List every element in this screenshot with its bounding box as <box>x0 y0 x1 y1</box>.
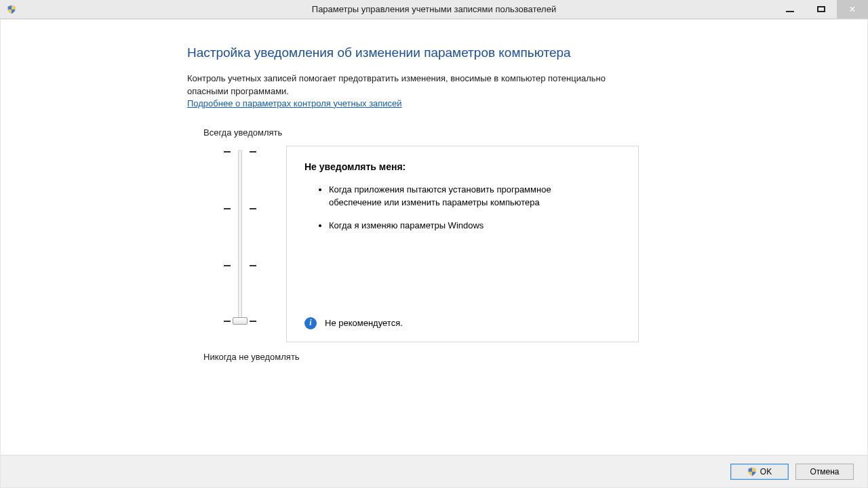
slider-track <box>238 150 242 325</box>
slider-bottom-label: Никогда не уведомлять <box>203 352 867 362</box>
slider-tick <box>224 265 231 266</box>
slider-thumb[interactable] <box>233 317 248 325</box>
titlebar: Параметры управления учетными записями п… <box>0 0 868 19</box>
slider-tick <box>224 151 231 152</box>
info-bullet: Когда приложения пытаются установить про… <box>329 183 587 209</box>
slider-tick <box>250 208 256 209</box>
slider-tick <box>250 151 256 152</box>
close-icon: × <box>849 4 855 15</box>
recommendation-row: i Не рекомендуется. <box>304 317 403 329</box>
window-title: Параметры управления учетными записями п… <box>0 4 868 14</box>
info-heading: Не уведомлять меня: <box>304 161 620 172</box>
notification-slider-area: Всегда уведомлять <box>187 127 867 362</box>
page-heading: Настройка уведомления об изменении парам… <box>187 45 867 60</box>
slider-top-label: Всегда уведомлять <box>203 127 867 138</box>
ok-button[interactable]: OK <box>730 464 789 480</box>
minimize-button[interactable] <box>774 0 806 18</box>
window-controls: × <box>774 0 868 18</box>
content-area: Настройка уведомления об изменении парам… <box>0 19 868 488</box>
slider-tick <box>224 208 231 209</box>
ok-button-label: OK <box>760 467 772 476</box>
learn-more-link[interactable]: Подробнее о параметрах контроля учетных … <box>187 98 402 108</box>
level-description-box: Не уведомлять меня: Когда приложения пыт… <box>286 146 639 342</box>
uac-settings-window: Параметры управления учетными записями п… <box>0 0 868 488</box>
close-button[interactable]: × <box>837 0 868 18</box>
cancel-button[interactable]: Отмена <box>795 464 854 480</box>
slider-tick <box>250 265 256 266</box>
cancel-button-label: Отмена <box>810 467 839 476</box>
shield-icon <box>747 467 757 476</box>
shield-icon <box>7 5 16 14</box>
maximize-button[interactable] <box>806 0 837 18</box>
slider-tick <box>250 321 256 322</box>
button-bar: OK Отмена <box>1 455 867 487</box>
recommendation-text: Не рекомендуется. <box>325 318 403 328</box>
notification-level-slider[interactable] <box>213 146 267 329</box>
info-icon: i <box>304 317 317 329</box>
slider-tick <box>224 321 231 322</box>
info-bullet-list: Когда приложения пытаются установить про… <box>304 183 620 232</box>
info-bullet: Когда я изменяю параметры Windows <box>329 219 587 232</box>
description-text: Контроль учетных записей помогает предот… <box>187 73 608 98</box>
